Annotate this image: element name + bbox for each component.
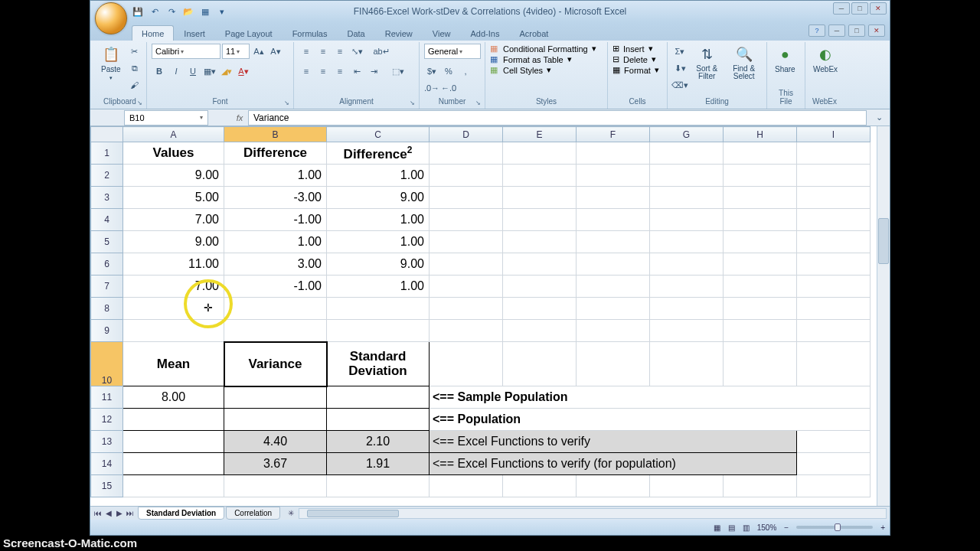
- cell-B14[interactable]: 3.67: [224, 453, 327, 475]
- cell-D11[interactable]: <== Sample Population: [430, 386, 871, 409]
- maximize-button[interactable]: □: [851, 2, 868, 15]
- font-name-field[interactable]: Calibri▾: [152, 44, 220, 59]
- cell-A6[interactable]: 11.00: [123, 253, 224, 276]
- row-header-12[interactable]: 12: [91, 409, 123, 431]
- spreadsheet-grid[interactable]: A B C D E F G H I 1 Values Difference Di…: [90, 126, 871, 497]
- alignment-launcher-icon[interactable]: ↘: [410, 99, 417, 107]
- new-sheet-icon[interactable]: ✳: [286, 509, 296, 517]
- cell-C7[interactable]: 1.00: [327, 276, 430, 298]
- currency-icon[interactable]: $▾: [424, 64, 439, 79]
- cell-C14[interactable]: 1.91: [327, 453, 430, 475]
- cell-D13[interactable]: <== Excel Functions to verify: [430, 431, 797, 453]
- row-header-14[interactable]: 14: [91, 453, 123, 475]
- fx-icon[interactable]: fx: [231, 113, 248, 122]
- decrease-indent-icon[interactable]: ⇤: [349, 64, 364, 79]
- sort-filter-button[interactable]: ⇅ Sort & Filter: [691, 44, 723, 82]
- cell-A1[interactable]: Values: [123, 142, 224, 165]
- zoom-level[interactable]: 150%: [757, 523, 777, 532]
- font-launcher-icon[interactable]: ↘: [284, 99, 292, 107]
- row-header-8[interactable]: 8: [91, 298, 123, 320]
- cell-B3[interactable]: -3.00: [224, 187, 327, 209]
- format-button[interactable]: ▦ Format ▾: [612, 65, 659, 75]
- col-header-D[interactable]: D: [430, 127, 503, 142]
- tab-prev-icon[interactable]: ◀: [104, 509, 113, 517]
- row-header-11[interactable]: 11: [91, 386, 123, 409]
- underline-button[interactable]: U: [185, 64, 201, 79]
- align-top-icon[interactable]: ≡: [299, 44, 314, 59]
- cell-C3[interactable]: 9.00: [327, 187, 430, 209]
- minimize-button[interactable]: ─: [833, 2, 850, 15]
- cell-C4[interactable]: 1.00: [327, 209, 430, 231]
- cell-A7[interactable]: 7.00: [123, 276, 224, 298]
- row-header-1[interactable]: 1: [91, 142, 123, 165]
- cut-icon[interactable]: ✂: [127, 44, 142, 59]
- row-header-5[interactable]: 5: [91, 231, 123, 253]
- font-color-icon[interactable]: A▾: [236, 64, 251, 79]
- tab-acrobat[interactable]: Acrobat: [509, 25, 558, 41]
- qat-more-icon[interactable]: ▾: [216, 5, 228, 18]
- tab-next-icon[interactable]: ▶: [115, 509, 124, 517]
- open-icon[interactable]: 📂: [182, 5, 194, 18]
- align-left-icon[interactable]: ≡: [299, 64, 314, 79]
- grow-font-icon[interactable]: A▴: [251, 44, 266, 59]
- ribbon-restore-button[interactable]: □: [848, 24, 865, 37]
- bold-button[interactable]: B: [152, 64, 167, 79]
- help-icon[interactable]: ?: [808, 24, 825, 37]
- hscroll-thumb[interactable]: [307, 510, 399, 517]
- wrap-text-button[interactable]: ab↵: [366, 44, 397, 59]
- view-pagebreak-icon[interactable]: ▥: [743, 523, 750, 532]
- row-header-4[interactable]: 4: [91, 209, 123, 231]
- font-size-field[interactable]: 11▾: [222, 44, 250, 59]
- formula-input[interactable]: Variance: [248, 110, 867, 126]
- share-button[interactable]: ● Share: [772, 44, 799, 75]
- tab-review[interactable]: Review: [375, 25, 423, 41]
- cell-A2[interactable]: 9.00: [123, 165, 224, 187]
- print-preview-icon[interactable]: ▦: [199, 5, 211, 18]
- cell-D14[interactable]: <== Excel Functions to verify (for popul…: [430, 453, 797, 475]
- format-as-table-button[interactable]: ▦ Format as Table ▾: [490, 54, 572, 64]
- col-header-H[interactable]: H: [724, 127, 797, 142]
- sheet-tab-standard-deviation[interactable]: Standard Deviation: [138, 507, 224, 520]
- cell-B6[interactable]: 3.00: [224, 253, 327, 276]
- merge-center-button[interactable]: ⬚▾: [383, 64, 413, 79]
- col-header-A[interactable]: A: [123, 127, 224, 142]
- cell-B7[interactable]: -1.00: [224, 276, 327, 298]
- row-header-9[interactable]: 9: [91, 320, 123, 342]
- cell-C10[interactable]: Standard Deviation: [327, 342, 430, 386]
- cell-D12[interactable]: <== Population: [430, 409, 871, 431]
- tab-insert[interactable]: Insert: [174, 25, 215, 41]
- cell-B13[interactable]: 4.40: [224, 431, 327, 453]
- cell-C1[interactable]: Difference2: [327, 142, 430, 165]
- vscroll-thumb[interactable]: [878, 218, 889, 264]
- col-header-C[interactable]: C: [327, 127, 430, 142]
- align-bottom-icon[interactable]: ≡: [332, 44, 348, 59]
- close-button[interactable]: ✕: [870, 2, 887, 15]
- row-header-10[interactable]: 10: [91, 342, 123, 386]
- tab-formulas[interactable]: Formulas: [283, 25, 338, 41]
- name-box[interactable]: B10▾: [124, 110, 208, 126]
- tab-data[interactable]: Data: [337, 25, 374, 41]
- row-header-2[interactable]: 2: [91, 165, 123, 187]
- conditional-formatting-button[interactable]: ▦ Conditional Formatting ▾: [490, 44, 596, 54]
- increase-indent-icon[interactable]: ⇥: [366, 64, 381, 79]
- horizontal-scrollbar[interactable]: [299, 508, 887, 519]
- cell-styles-button[interactable]: ▦ Cell Styles ▾: [490, 65, 551, 75]
- cell-A4[interactable]: 7.00: [123, 209, 224, 231]
- border-icon[interactable]: ▦▾: [202, 64, 217, 79]
- sheet-tab-correlation[interactable]: Correlation: [226, 507, 280, 520]
- row-header-15[interactable]: 15: [91, 475, 123, 497]
- col-header-I[interactable]: I: [797, 127, 871, 142]
- tab-addins[interactable]: Add-Ins: [460, 25, 509, 41]
- cell-B2[interactable]: 1.00: [224, 165, 327, 187]
- find-select-button[interactable]: 🔍 Find & Select: [726, 44, 762, 82]
- percent-icon[interactable]: %: [441, 64, 456, 79]
- formula-expand-icon[interactable]: ⌄: [871, 110, 887, 126]
- number-launcher-icon[interactable]: ↘: [475, 99, 483, 107]
- cell-B1[interactable]: Difference: [224, 142, 327, 165]
- increase-decimal-icon[interactable]: .0→: [424, 80, 439, 96]
- clipboard-launcher-icon[interactable]: ↘: [137, 99, 145, 107]
- comma-icon[interactable]: ,: [458, 64, 473, 79]
- undo-icon[interactable]: ↶: [149, 5, 161, 18]
- ribbon-close-button[interactable]: ✕: [868, 24, 885, 37]
- copy-icon[interactable]: ⧉: [127, 60, 142, 76]
